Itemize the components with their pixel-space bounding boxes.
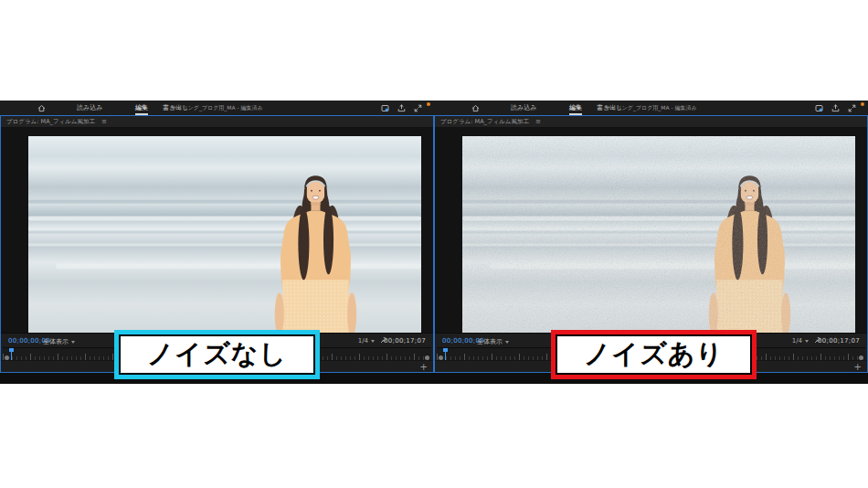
workspace-icon[interactable] [380, 103, 389, 112]
project-title: サイリング_ブログ用_MA - 編集済み [171, 101, 263, 115]
fullscreen-icon[interactable] [413, 103, 422, 112]
quick-export-icon[interactable] [397, 103, 406, 112]
duration-timecode: 00;00;17;07 [384, 337, 426, 345]
video-frame [28, 136, 421, 334]
beach-video-still [28, 136, 421, 334]
resolution-dropdown[interactable]: 1/4 [358, 337, 375, 345]
header-right-icons [380, 103, 422, 112]
workspace-icon[interactable] [814, 103, 823, 112]
panel-tab-bar: プログラム: MA_フィルム風加工 ≡ [1, 116, 433, 128]
home-icon[interactable] [471, 103, 480, 112]
video-frame [462, 136, 855, 334]
duration-timecode: 00;00;17;07 [818, 337, 860, 345]
noise-on-label-text: ノイズあり [584, 336, 724, 373]
add-button[interactable]: + [420, 361, 428, 373]
add-button[interactable]: + [854, 361, 862, 373]
project-title: サイリング_ブログ用_MA - 編集済み [605, 101, 697, 115]
noise-off-label-text: ノイズなし [147, 336, 287, 373]
monitor-viewport [1, 128, 433, 334]
nav-import[interactable]: 読み込み [511, 101, 536, 115]
program-monitor-tab[interactable]: プログラム: MA_フィルム風加工 [6, 118, 95, 126]
noise-on-label: ノイズあり [551, 330, 757, 379]
notification-dot [861, 102, 864, 106]
fit-dropdown[interactable]: 全体表示 [43, 337, 75, 346]
panel-menu-icon[interactable]: ≡ [535, 116, 541, 128]
quick-export-icon[interactable] [831, 103, 840, 112]
comparison-screenshot: 読み込み 編集 書き出し サイリング_ブログ用_MA - 編集済み [0, 0, 868, 488]
monitor-viewport [435, 128, 867, 334]
resolution-dropdown[interactable]: 1/4 [792, 337, 809, 345]
app-header: 読み込み 編集 書き出し サイリング_ブログ用_MA - 編集済み [0, 101, 434, 115]
app-header: 読み込み 編集 書き出し サイリング_ブログ用_MA - 編集済み [434, 101, 868, 115]
header-right-icons [814, 103, 856, 112]
chevron-down-icon [505, 341, 509, 344]
notification-dot [427, 102, 430, 106]
panel-tab-bar: プログラム: MA_フィルム風加工 ≡ [435, 116, 867, 128]
home-icon[interactable] [37, 103, 46, 112]
playhead[interactable] [445, 348, 446, 360]
panel-menu-icon[interactable]: ≡ [101, 116, 107, 128]
noise-off-label: ノイズなし [114, 330, 320, 379]
playhead[interactable] [11, 348, 12, 360]
chevron-down-icon [371, 340, 375, 343]
chevron-down-icon [805, 340, 809, 343]
nav-edit[interactable]: 編集 [569, 101, 582, 115]
beach-video-still [462, 136, 855, 334]
panel-settings-icon[interactable] [439, 376, 447, 384]
chevron-down-icon [71, 341, 75, 344]
nav-import[interactable]: 読み込み [77, 101, 102, 115]
program-monitor-tab[interactable]: プログラム: MA_フィルム風加工 [440, 118, 529, 126]
fullscreen-icon[interactable] [847, 103, 856, 112]
nav-edit[interactable]: 編集 [135, 101, 148, 115]
fit-dropdown[interactable]: 全体表示 [477, 337, 509, 346]
panel-settings-icon[interactable] [5, 376, 13, 384]
